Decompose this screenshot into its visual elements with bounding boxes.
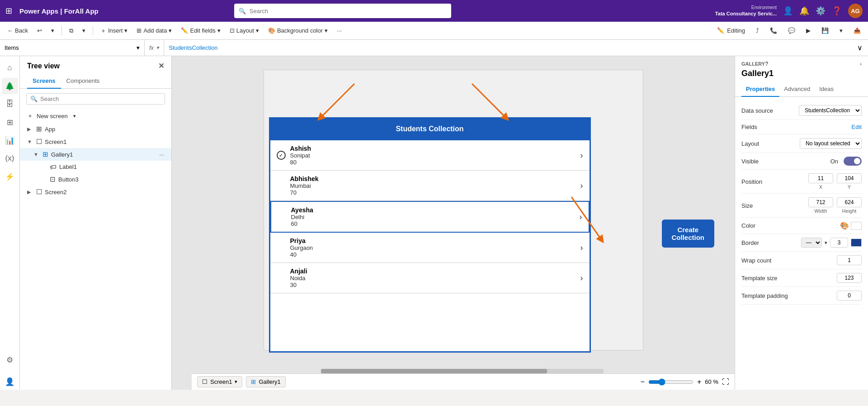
border-style-select[interactable]: — [801,238,822,248]
layout-button[interactable]: ⊡ Layout ▾ [226,25,263,36]
gallery-help-icon[interactable]: ? [765,61,768,67]
right-panel-gallery-label: GALLERY ? › [735,56,868,67]
add-data-button[interactable]: ⊞ Add data ▾ [133,25,175,36]
back-button[interactable]: ← Back [4,25,32,36]
gallery-widget[interactable]: Students Collection ✓ Ashish Sonipat 80 … [269,117,591,353]
background-color-button[interactable]: 🎨 Background color ▾ [264,25,331,36]
search-icon: 🔍 [239,8,246,14]
grid-icon[interactable]: ⊞ [5,6,12,16]
gallery-item-2[interactable]: Ayesha Delhi 60 › [270,201,590,233]
layout-select[interactable]: No layout selected [800,138,862,149]
editing-button[interactable]: ✏️ Editing [713,25,749,36]
settings-side-icon[interactable]: ⚙ [2,352,18,368]
home-icon[interactable]: ⌂ [2,60,18,76]
tree-view-icon[interactable]: 🌲 [2,78,18,94]
tree-item-screen1[interactable]: ▼ ☐ Screen1 [20,135,171,148]
tree-search-bar: 🔍 [26,93,165,105]
button3-icon: ⊡ [50,175,56,183]
right-panel-expand-icon[interactable]: › [860,61,862,67]
tab-ideas[interactable]: Ideas [815,82,838,97]
border-color-swatch[interactable] [851,239,862,247]
fields-edit-link[interactable]: Edit [852,124,862,130]
gallery-item-4[interactable]: Anjali Noida 30 › [270,263,590,293]
gallery-item-1[interactable]: Abhishek Mumbai 70 › [270,171,590,201]
save-button[interactable]: 💾 [818,25,832,36]
share-button[interactable]: ⤴ [752,25,763,36]
tab-components[interactable]: Components [61,74,105,89]
gallery1-expand-icon: ▼ [33,152,40,157]
notification-icon[interactable]: 🔔 [799,6,809,16]
toolbar-right: ✏️ Editing ⤴ 📞 💬 ▶ 💾 ▾ 📤 [713,25,864,36]
position-y-input[interactable] [837,173,862,183]
person-icon[interactable]: 👤 [783,6,793,16]
formula-selector[interactable]: Items ▾ [0,40,145,56]
undo-button[interactable]: ↩ [33,25,46,36]
settings-icon[interactable]: ⚙️ [816,6,826,16]
color-picker-icon[interactable]: 🎨 [840,221,849,230]
size-width-input[interactable] [808,197,833,207]
fit-screen-icon[interactable]: ⛶ [722,378,729,386]
size-height-group: Height [837,197,862,214]
size-height-input[interactable] [837,197,862,207]
gallery1-context-menu[interactable]: ··· [159,151,164,158]
copy-button[interactable]: ⧉ [66,25,77,36]
template-padding-input[interactable] [837,291,862,301]
controls-icon[interactable]: ⊞ [2,114,18,130]
edit-fields-button[interactable]: ✏️ Edit fields ▾ [177,25,224,36]
tab-advanced[interactable]: Advanced [779,82,815,97]
play-button[interactable]: ▶ [802,25,814,36]
connections-icon[interactable]: ⚡ [2,168,18,185]
tree-item-button3[interactable]: ⊡ Button3 [20,173,171,186]
phone-button[interactable]: 📞 [766,25,781,36]
chat-button[interactable]: 💬 [784,25,799,36]
publish-button[interactable]: 📤 [850,25,864,36]
zoom-out-icon[interactable]: − [641,378,645,386]
toolbar-more-button[interactable]: ▾ [836,25,846,36]
formula-expand-button[interactable]: ∨ [852,43,868,52]
zoom-slider[interactable] [648,378,693,386]
tree-item-screen2[interactable]: ▶ ☐ Screen2 [20,186,171,198]
screen1-tab[interactable]: ☐ Screen1 ▾ [197,376,242,387]
screen1-tab-dropdown[interactable]: ▾ [235,379,237,385]
zoom-level: 60 % [705,378,718,385]
canvas-hscrollbar[interactable] [321,369,604,373]
gallery1-tab[interactable]: ⊞ Gallery1 [246,376,285,387]
tree-item-label1[interactable]: 🏷 Label1 [20,161,171,173]
help-side-icon[interactable]: 👤 [2,373,18,390]
tree-item-app[interactable]: ▶ ⊞ App [20,123,171,135]
undo-dropdown-button[interactable]: ▾ [47,25,58,36]
analytics-icon[interactable]: 📊 [2,132,18,148]
border-thickness-input[interactable] [830,238,848,248]
variables-icon[interactable]: (x) [2,150,18,167]
color-swatch[interactable] [851,222,862,230]
copy-dropdown-button[interactable]: ▾ [79,25,89,36]
prop-data-source: Data source StudentsCollection [741,101,862,120]
help-icon[interactable]: ❓ [832,6,842,16]
position-x-input[interactable] [808,173,833,183]
right-panel-properties: Data source StudentsCollection Fields Ed… [735,97,868,390]
more-button[interactable]: ··· [333,25,345,36]
fx-dropdown-icon: ▾ [156,45,159,51]
create-collection-button[interactable]: Create Collection [662,220,715,248]
canvas-frame: Students Collection ✓ Ashish Sonipat 80 … [264,70,643,350]
tab-screens[interactable]: Screens [27,74,61,89]
template-size-input[interactable] [837,273,862,283]
insert-button[interactable]: ＋ Insert ▾ [97,25,132,37]
zoom-in-icon[interactable]: + [697,378,701,386]
new-screen-button[interactable]: ＋ New screen ▾ [20,109,171,123]
gallery-header: Students Collection [270,119,590,139]
add-data-icon: ⊞ [137,27,142,34]
visible-toggle[interactable] [844,157,862,166]
data-icon[interactable]: 🗄 [2,96,18,112]
formula-input[interactable]: StudentsCollection [164,44,852,51]
tree-search-input[interactable] [40,96,161,102]
header-search-input[interactable] [250,8,447,14]
tab-properties[interactable]: Properties [741,82,779,97]
border-style-dropdown[interactable]: ▾ [825,240,827,246]
tree-close-icon[interactable]: ✕ [158,62,164,70]
gallery-item-0[interactable]: ✓ Ashish Sonipat 80 › [270,139,590,171]
tree-item-gallery1[interactable]: ▼ ⊞ Gallery1 ··· [20,148,171,161]
gallery-item-3[interactable]: Priya Gurgaon 40 › [270,233,590,263]
wrap-count-input[interactable] [837,255,862,265]
data-source-select[interactable]: StudentsCollection [799,105,862,116]
